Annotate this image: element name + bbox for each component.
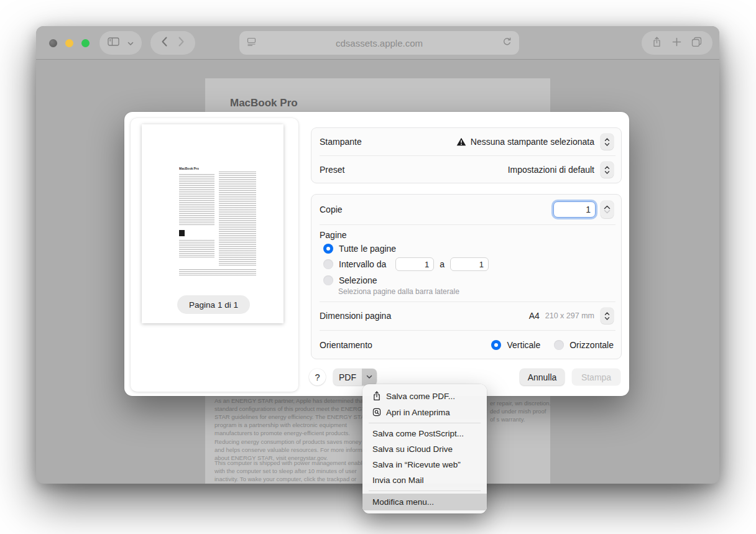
menu-item-label: Salva in “Ricevute web” [372,460,461,469]
browser-toolbar: cdsassets.apple.com [36,26,719,60]
orientation-landscape-label: Orizzontale [569,340,614,350]
address-bar[interactable]: cdsassets.apple.com [239,31,519,55]
help-button[interactable]: ? [309,369,326,385]
close-button[interactable] [49,39,57,47]
toolbar-actions [642,31,712,55]
share-icon[interactable] [652,37,662,50]
radio-selection[interactable] [323,275,333,285]
export-pdf-icon [372,391,382,401]
copies-row: Copie 1 [311,195,621,224]
menu-item-edit-menu[interactable]: Modifica menu... [362,494,487,510]
range-from-input[interactable]: 1 [395,257,434,271]
paper-size-value: A4 [529,311,540,321]
print-button: Stampa [572,369,620,385]
chevron-down-icon [127,37,134,48]
menu-item-label: Modifica menu... [372,497,434,507]
sidebar-toggle[interactable] [99,31,142,55]
printer-row: Stampante Nessuna stampante selezionata [311,128,621,155]
new-tab-icon[interactable] [672,37,681,49]
zoom-button[interactable] [81,39,90,47]
range-to-input[interactable]: 1 [450,257,489,271]
printer-popup-button[interactable] [601,134,614,150]
pages-selection-option[interactable]: Selezione [323,275,621,285]
radio-portrait[interactable] [491,340,501,350]
nav-buttons [150,31,195,55]
menu-item-send-with-mail[interactable]: Invia con Mail [362,472,487,488]
radio-page-range[interactable] [323,259,333,269]
preset-value: Impostazioni di default [508,165,594,175]
page-thumbnail: MacBook Pro [142,124,284,323]
paper-size-popup-button[interactable] [601,308,614,324]
preset-label: Preset [320,165,344,175]
printer-value: Nessuna stampante selezionata [471,137,594,147]
url-text: cdsassets.apple.com [256,38,502,48]
page-paragraph-fragment: er repair, wn discretion. ded under rnis… [490,399,552,423]
page-paragraph: This computer is shipped with power mana… [214,459,371,484]
print-preview-panel: MacBook Pro Pagina 1 di 1 [131,118,298,392]
screenshot-stage: cdsassets.apple.com [0,0,756,534]
copies-stepper[interactable] [601,201,614,218]
traffic-lights [49,39,90,47]
paper-size-detail: 210 x 297 mm [545,311,594,320]
menu-item-label: Invia con Mail [372,476,424,485]
back-button[interactable] [161,37,168,49]
pdf-menu-button[interactable]: PDF [333,369,377,385]
menu-item-open-in-preview[interactable]: Apri in Anteprima [362,404,487,420]
sidebar-icon [108,37,119,48]
menu-item-save-as-postscript[interactable]: Salva come PostScript... [362,426,487,441]
warning-icon [456,137,466,146]
range-connector-label: a [440,259,445,269]
menu-item-label: Salva come PDF... [386,392,455,401]
pdf-chevron-icon[interactable] [362,369,377,385]
paper-size-row: Dimensioni pagina A4 210 x 297 mm [311,302,621,330]
page-paragraph: As an ENERGY STAR partner, Apple has det… [214,397,371,462]
reload-icon[interactable] [502,37,512,49]
paper-size-label: Dimensioni pagina [320,311,391,321]
radio-landscape[interactable] [554,340,564,350]
orientation-label: Orientamento [320,340,372,350]
preview-app-icon [372,408,382,417]
pages-range-option[interactable]: Intervallo da 1 a 1 [323,257,621,271]
thumbnail-text-column [179,174,214,226]
cancel-button[interactable]: Annulla [520,369,565,385]
pages-section: Pagine Tutte le pagine Intervallo da 1 a… [311,224,621,302]
menu-item-save-to-icloud[interactable]: Salva su iCloud Drive [362,441,487,457]
pages-range-label: Intervallo da [339,259,386,269]
pages-all-label: Tutte le pagine [339,244,396,254]
menu-separator [369,490,481,491]
thumbnail-barcode [179,230,185,236]
preset-row: Preset Impostazioni di default [311,156,621,183]
page-indicator: Pagina 1 di 1 [177,295,250,314]
forward-button[interactable] [178,37,185,49]
orientation-portrait-label: Verticale [507,340,540,350]
copies-input[interactable]: 1 [553,201,596,218]
pdf-dropdown-menu: Salva come PDF... Apri in Anteprima Salv… [362,384,487,513]
thumbnail-footnote [179,269,256,275]
page-title: MacBook Pro [230,97,298,109]
print-options-group: Copie 1 Pagine Tutte le pagine [311,194,622,359]
pdf-button-label[interactable]: PDF [333,369,362,385]
menu-item-save-as-pdf[interactable]: Salva come PDF... [362,388,487,404]
pages-label: Pagine [320,230,621,240]
print-dialog: MacBook Pro Pagina 1 di 1 Stampante [124,112,629,396]
tab-overview-icon[interactable] [691,37,702,49]
orientation-row: Orientamento Verticale Orizzontale [311,330,621,359]
minimize-button[interactable] [65,39,73,47]
menu-item-label: Salva come PostScript... [372,429,464,438]
menu-item-label: Apri in Anteprima [386,408,450,417]
thumbnail-text-column [179,240,214,259]
printer-preset-group: Stampante Nessuna stampante selezionata … [311,127,622,183]
thumbnail-title: MacBook Pro [179,167,199,170]
reader-icon[interactable] [247,37,256,48]
pages-all-option[interactable]: Tutte le pagine [323,244,621,254]
menu-item-save-to-web-receipts[interactable]: Salva in “Ricevute web” [362,457,487,472]
radio-all-pages[interactable] [323,244,333,254]
copies-label: Copie [320,205,343,214]
menu-item-label: Salva su iCloud Drive [372,444,453,454]
printer-label: Stampante [320,137,362,147]
pages-selection-label: Selezione [339,275,377,285]
preset-popup-button[interactable] [601,162,614,178]
selection-hint: Seleziona pagine dalla barra laterale [338,287,621,296]
menu-separator [369,423,481,423]
thumbnail-text-column [219,172,256,266]
